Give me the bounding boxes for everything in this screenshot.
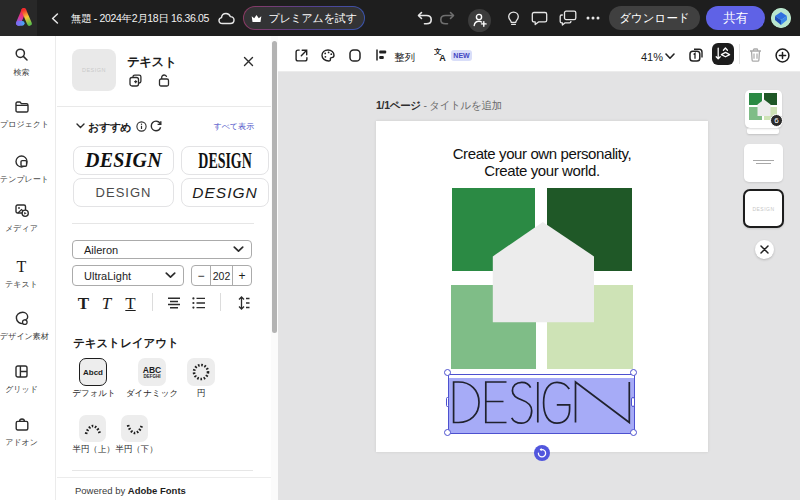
svg-text:A: A: [439, 53, 446, 62]
